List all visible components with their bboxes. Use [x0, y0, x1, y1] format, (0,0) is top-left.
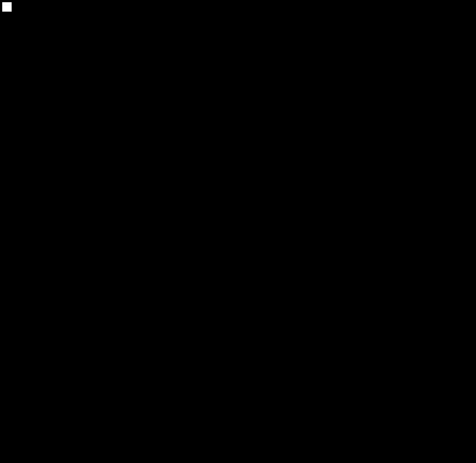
screenshot-frame: Insights Investigation Response Response… [0, 0, 476, 463]
results-grid: agentgroup.idprocess....process....proce… [2, 2, 12, 12]
grid-body: elastic-5230/usr/libexe.../usr/libexe...… [2, 2, 12, 12]
table-row: elastic-5230/System/Li.../System/Li...tc… [2, 5, 12, 12]
responses-card: Responses Test Rule attached query 6 hou… [2, 2, 12, 12]
response-panel: Test Rule attached query 6 hours ago ID … [2, 2, 12, 12]
table-cell: /usr/sbin/cf... [2, 2, 12, 5]
table-row: elastic-5230/usr/sbin/cf.../usr/sbin/cf.… [2, 2, 12, 5]
table-cell: /System/Li... [2, 5, 12, 12]
comment-event: Test Rule attached query 6 hours ago ID … [2, 2, 12, 12]
page-background: Insights Investigation Response Response… [2, 2, 12, 12]
